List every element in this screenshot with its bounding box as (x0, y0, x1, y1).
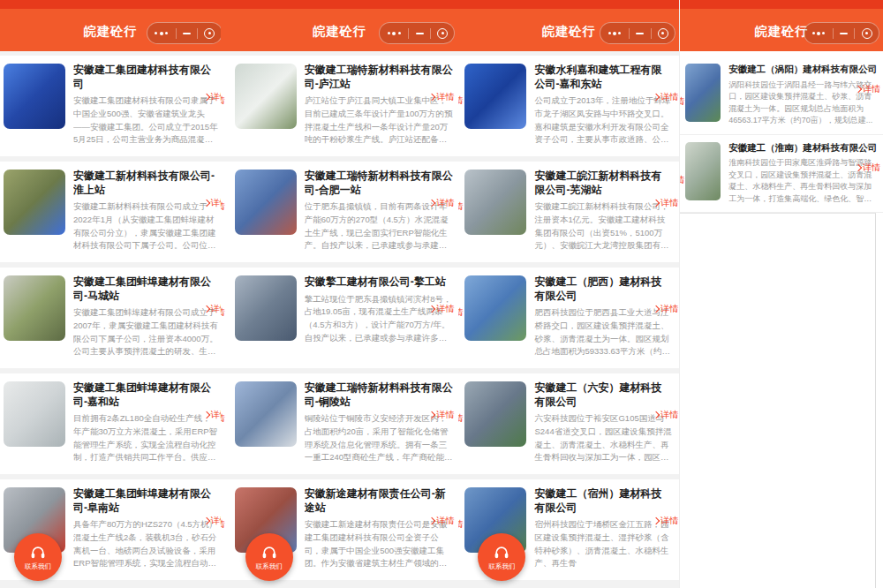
details-link[interactable]: 详情 (856, 83, 880, 95)
chevron-right-icon (203, 411, 210, 418)
chevron-right-icon (203, 517, 210, 524)
company-card[interactable]: 情 安徽建工皖江新材料科技有限公司-芜湖站 安徽建工皖江新材料科技有限公司，注册… (458, 162, 679, 262)
miniprogram-capsule (147, 22, 221, 44)
company-title: 安徽建工（六安）建材科技有限公司 (534, 381, 672, 409)
clipped-details-fragment: 情 (221, 412, 225, 425)
more-icon[interactable] (154, 32, 169, 35)
capsule-divider (651, 28, 652, 39)
details-label: 详情 (660, 515, 678, 527)
details-link[interactable]: 详情 (204, 197, 221, 209)
details-link[interactable]: 详情 (204, 515, 221, 527)
details-link[interactable]: 详情 (429, 303, 454, 315)
exit-icon[interactable] (437, 28, 448, 39)
company-card[interactable]: 情 安徽擎工建材有限公司-擎工站 擎工站现位于肥东县撮镇镇河滨村8号，占地19.… (221, 268, 459, 368)
details-link[interactable]: 详情 (856, 162, 880, 174)
capsule-divider (176, 28, 177, 39)
company-card[interactable]: 情 安徽建工瑞特新材料科技有限公司-庐江站 庐江站位于庐江县同大镇工业集中区，目… (221, 56, 459, 156)
minimize-icon[interactable] (840, 33, 848, 34)
blue-roof-plant-aerial-photo (235, 170, 297, 235)
miniprogram-capsule (804, 22, 879, 44)
details-link[interactable]: 详情 (204, 303, 221, 315)
silo-plant-photo (235, 64, 297, 129)
company-title: 安徽建工新材料科技有限公司-淮上站 (73, 170, 219, 197)
guoyang-park-render-photo (685, 64, 721, 122)
company-card[interactable]: 安徽建工新材料科技有限公司-淮上站 安徽建工新材料科技有限公司成立于2022年1… (0, 162, 221, 262)
details-link[interactable]: 详情 (653, 515, 678, 527)
company-card[interactable]: 安徽建工集团蚌埠建材有限公司-嘉和站 目前拥有2条ZL180全自动砼生产线，年产… (0, 373, 221, 474)
exit-icon[interactable] (204, 28, 215, 39)
chevron-right-icon (855, 86, 862, 93)
contact-us-button[interactable]: 联系我们 (14, 533, 62, 581)
chevron-right-icon (653, 411, 660, 418)
company-card[interactable]: 情 安徽建工瑞特新材料科技有限公司-合肥一站 位于肥东县撮镇镇，目前有两条设计年… (221, 162, 459, 262)
company-card[interactable]: 情 安徽建工（六安）建材科技有限公司 六安科技园位于裕安区G105国道与S244… (458, 373, 679, 474)
minimize-icon[interactable] (636, 33, 644, 34)
headset-icon (29, 544, 47, 562)
screen-3: 皖建砼行 情 安徽水利嘉和建筑工程有限公司-嘉和东站 公司成立于2013年，注册… (458, 0, 679, 588)
details-link[interactable]: 详情 (653, 409, 678, 421)
details-label: 详情 (660, 197, 678, 209)
card-text: 安徽建工集团蚌埠建材有限公司-马城站 安徽建工集团蚌埠建材有限公司成立于2007… (73, 275, 219, 358)
company-title: 安徽擎工建材有限公司-擎工站 (305, 275, 454, 290)
city-street-plant-photo (235, 275, 297, 341)
company-card[interactable]: 情 安徽建工（涡阳）建材科技有限公司 涡阳科技园位于涡阳县经一路与纬六路交口，园… (680, 57, 883, 135)
details-link[interactable]: 详情 (429, 409, 454, 421)
aerial-batching-plant-photo (4, 275, 65, 341)
company-title: 安徽建工集团蚌埠建材有限公司-嘉和站 (73, 381, 219, 409)
company-title: 安徽建工集团蚌埠建材有限公司-马城站 (73, 275, 219, 303)
exit-icon[interactable] (862, 28, 872, 39)
card-text: 安徽建工（肥西）建材科技有限公司 肥西科技园位于肥西县工业大道与江桥路交口，园区… (534, 275, 672, 358)
miniprogram-capsule (379, 22, 455, 44)
details-link[interactable]: 详情 (429, 197, 454, 209)
company-title: 安徽建工（宿州）建材科技有限公司 (534, 487, 672, 515)
app-header: 皖建砼行 (0, 0, 221, 51)
chevron-right-icon (203, 94, 210, 101)
minimize-icon[interactable] (183, 33, 191, 34)
contact-us-button[interactable]: 联系我们 (245, 533, 293, 581)
card-text: 安徽建工集团建材科技有限公司 安徽建工集团建材科技有限公司隶属于中国企业500强… (73, 64, 219, 147)
company-card[interactable]: 安徽建工集团蚌埠建材有限公司-马城站 安徽建工集团蚌埠建材有限公司成立于2007… (0, 268, 221, 368)
minimize-icon[interactable] (416, 33, 424, 34)
details-link[interactable]: 详情 (653, 197, 678, 209)
company-list: 情 安徽建工（涡阳）建材科技有限公司 涡阳科技园位于涡阳县经一路与纬六路交口，园… (680, 51, 883, 213)
company-list: 情 安徽水利嘉和建筑工程有限公司-嘉和东站 公司成立于2013年，注册地位于蚌埠… (458, 51, 679, 580)
empty-page-area (680, 213, 876, 588)
details-label: 详情 (436, 303, 454, 315)
capsule-divider (197, 28, 198, 39)
card-text: 安徽建工（宿州）建材科技有限公司 宿州科技园位于埇桥区金江五路，园区建设集预拌混… (534, 487, 672, 570)
details-label: 详情 (211, 409, 221, 421)
more-icon[interactable] (387, 32, 402, 35)
contact-us-label: 联系我们 (488, 562, 515, 571)
company-description: 安徽建工新材料科技有限公司成立于2022年1月（从安徽建工集团蚌埠建材有限公司分… (73, 200, 219, 253)
company-card[interactable]: 情 安徽建工瑞特新材料科技有限公司-铜陵站 铜陵站位于铜陵市义安经济开发区内，占… (221, 373, 459, 474)
company-card[interactable]: 情 安徽建工（肥西）建材科技有限公司 肥西科技园位于肥西县工业大道与江桥路交口，… (458, 268, 679, 368)
exit-icon[interactable] (658, 28, 668, 39)
chevron-right-icon (653, 517, 660, 524)
details-link[interactable]: 详情 (429, 91, 454, 103)
details-link[interactable]: 详情 (429, 515, 454, 527)
card-text: 安徽建工新材料科技有限公司-淮上站 安徽建工新材料科技有限公司成立于2022年1… (73, 170, 219, 253)
card-text: 安徽水利嘉和建筑工程有限公司-嘉和东站 公司成立于2013年，注册地位于蚌埠市龙… (534, 64, 672, 147)
app-header: 皖建砼行 (680, 0, 883, 51)
details-link[interactable]: 详情 (204, 409, 221, 421)
company-card[interactable]: 情 安徽建工（淮南）建材科技有限公司 淮南科技园位于田家庵区淮舜路与智源路交叉口… (680, 135, 883, 214)
status-strip (221, 0, 459, 9)
screen-4: 皖建砼行 情 安徽建工（涡阳）建材科技有限公司 涡阳科技园位于涡阳县经一路与纬六… (679, 0, 883, 588)
details-link[interactable]: 详情 (204, 91, 221, 103)
company-title: 安徽建工（肥西）建材科技有限公司 (534, 275, 672, 303)
more-icon[interactable] (811, 32, 826, 35)
details-link[interactable]: 详情 (653, 303, 678, 315)
details-label: 详情 (863, 83, 880, 95)
more-icon[interactable] (608, 32, 623, 35)
card-text: 安徽建工（六安）建材科技有限公司 六安科技园位于裕安区G105国道与S244省道… (534, 381, 672, 464)
aerial-grey-plant-photo (464, 170, 526, 235)
company-card[interactable]: 安徽建工集团建材科技有限公司 安徽建工集团建材科技有限公司隶属于中国企业500强… (0, 56, 221, 156)
company-description: 宿州科技园位于埇桥区金江五路，园区建设集预拌混凝土、湿拌砂浆（含特种砂浆）、沥青… (534, 518, 672, 570)
company-title: 安徽建工瑞特新材料科技有限公司-铜陵站 (305, 381, 454, 409)
company-card[interactable]: 情 安徽水利嘉和建筑工程有限公司-嘉和东站 公司成立于2013年，注册地位于蚌埠… (458, 56, 679, 156)
card-text: 安徽新途建材有限责任公司-新途站 安徽建工新途建材有限责任公司是安徽建工集团建材… (305, 487, 454, 570)
company-description: 目前拥有2条ZL180全自动砼生产线，年产能30万立方米混凝土，采用ERP智能管… (73, 412, 219, 464)
blue-glass-tower-photo (4, 64, 65, 129)
details-link[interactable]: 详情 (653, 91, 678, 103)
card-text: 安徽建工瑞特新材料科技有限公司-合肥一站 位于肥东县撮镇镇，目前有两条设计年产能… (305, 170, 454, 253)
